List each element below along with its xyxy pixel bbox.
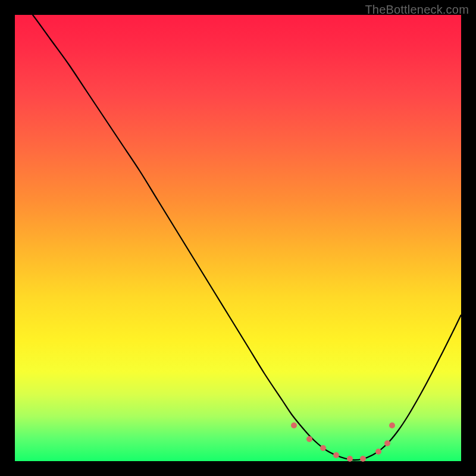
curve-marker	[347, 456, 353, 462]
curve-marker	[291, 422, 297, 428]
curve-marker	[389, 422, 395, 428]
chart-container: TheBottleneck.com	[0, 0, 476, 476]
curve-marker	[360, 456, 366, 462]
plot-area	[15, 15, 461, 461]
curve-marker	[375, 449, 381, 455]
curve-marker	[320, 445, 326, 451]
curve-marker	[306, 436, 312, 442]
watermark-text: TheBottleneck.com	[365, 3, 469, 17]
curve-marker	[384, 440, 390, 446]
curve-marker	[333, 452, 339, 458]
curve-svg	[15, 15, 461, 461]
bottleneck-curve	[15, 15, 461, 460]
